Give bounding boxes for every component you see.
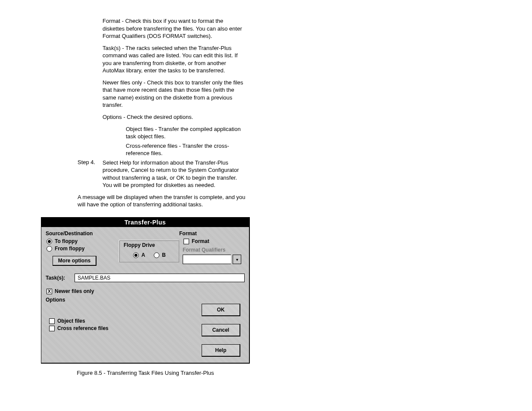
step-4: Step 4. Select Help for information abou… [78,159,327,189]
checkbox-label: Cross reference files [57,325,109,331]
para-cross-ref: Cross-reference files - Transfer the cro… [126,142,242,157]
dialog-titlebar: Transfer-Plus [41,218,249,227]
options-heading: Options [46,297,245,303]
step-text: Select Help for information about the Tr… [103,159,245,189]
format-heading: Format [179,230,244,237]
step-label: Step 4. [78,159,103,189]
radio-label: From floppy [55,246,84,252]
para-options: Options - Check the desired options. [103,113,245,121]
ok-button[interactable]: OK [202,304,240,316]
format-qualifiers-input[interactable] [183,255,231,264]
checkbox-icon [49,326,55,331]
radio-from-floppy[interactable]: From floppy [47,246,119,252]
floppy-drive-heading: Floppy Drive [123,242,156,248]
figure-caption: Figure 8.5 - Transferring Task Files Usi… [41,370,250,376]
help-button[interactable]: Help [202,344,240,357]
radio-icon [47,239,52,244]
newer-files-checkbox[interactable]: X Newer files only [47,288,245,294]
transfer-plus-dialog: Transfer-Plus Source/Destination To flop… [41,217,250,364]
checkbox-label: Newer files only [55,288,94,294]
checkbox-label: Object files [57,318,85,324]
checkbox-icon [184,239,189,244]
radio-drive-b[interactable]: B [154,252,166,258]
down-arrow-icon: ▾ [236,257,238,262]
tasks-label: Task(s): [46,275,65,281]
radio-label: B [162,252,166,258]
para-format: Format - Check this box if you want to f… [103,17,245,40]
format-checkbox[interactable]: Format [184,238,244,244]
format-qualifiers-dropdown[interactable]: ▾ [233,255,241,264]
para-tasks: Task(s) - The racks selected when the Tr… [103,44,245,75]
para-object-files: Object files - Transfer the compiled app… [126,125,242,140]
radio-icon [154,252,159,258]
checkbox-icon: X [47,289,52,294]
radio-icon [133,252,139,258]
checkbox-icon [49,318,55,324]
source-destination-heading: Source/Destination [46,230,119,237]
format-qualifiers-label: Format Qualifiers [183,247,244,253]
radio-to-floppy[interactable]: To floppy [47,238,119,244]
para-newer: Newer files only - Check this box to tra… [103,79,245,109]
radio-drive-a[interactable]: A [133,252,145,258]
radio-icon [47,246,52,252]
tasks-input[interactable] [75,274,245,282]
radio-label: A [141,252,145,258]
cancel-button[interactable]: Cancel [202,324,240,336]
floppy-drive-group: Floppy Drive A B [119,240,179,262]
completion-message: A message will be displayed when the tra… [78,193,246,209]
more-options-button[interactable]: More options [53,256,96,266]
checkbox-label: Format [192,238,209,244]
radio-label: To floppy [55,238,78,244]
